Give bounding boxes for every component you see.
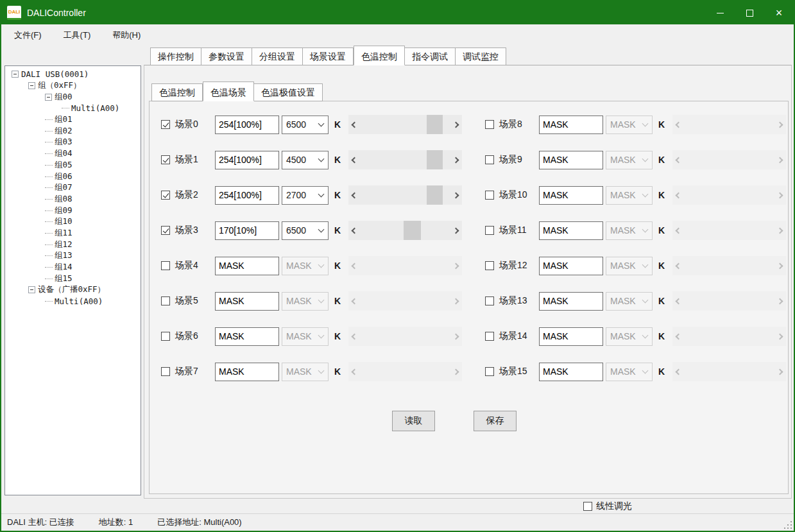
read-button[interactable]: 读取 [392, 411, 435, 431]
main-tab-0[interactable]: 操作控制 [150, 47, 201, 65]
tree-node[interactable]: 组00 [5, 91, 141, 103]
color-temp-dropdown[interactable]: MASK [606, 151, 653, 169]
tree-node[interactable]: 组10 [5, 216, 141, 228]
tree-node[interactable]: 组（0xFF） [5, 80, 141, 92]
scene-checkbox[interactable] [485, 332, 494, 341]
menu-item-工[interactable]: 工具(T) [55, 26, 100, 45]
scroll-left-arrow[interactable] [348, 150, 359, 169]
scroll-right-arrow[interactable] [452, 185, 462, 205]
scrollbar-thumb[interactable] [404, 221, 421, 240]
scene-value-input[interactable] [539, 186, 603, 205]
scene-checkbox[interactable] [485, 155, 494, 164]
tree-node[interactable]: 组13 [5, 250, 141, 262]
scene-checkbox[interactable] [161, 191, 170, 200]
scene-value-input[interactable] [539, 327, 603, 346]
scene-value-input[interactable] [215, 257, 279, 275]
tree-node[interactable]: 组12 [5, 239, 141, 250]
scene-checkbox[interactable] [161, 120, 170, 129]
tree-node[interactable]: 组11 [5, 228, 141, 239]
color-temp-dropdown[interactable]: MASK [606, 116, 653, 134]
scroll-left-arrow[interactable] [348, 221, 359, 240]
scene-value-input[interactable] [215, 221, 279, 240]
color-temp-dropdown[interactable]: MASK [282, 292, 329, 311]
scroll-left-arrow[interactable] [348, 185, 359, 205]
main-tab-6[interactable]: 调试监控 [456, 47, 506, 65]
scene-checkbox[interactable] [161, 155, 170, 164]
main-tab-2[interactable]: 分组设置 [252, 47, 303, 65]
sub-tab-0[interactable]: 色温控制 [151, 83, 203, 101]
tree-node[interactable]: 组02 [5, 125, 141, 137]
menu-item-文[interactable]: 文件(F) [5, 26, 51, 45]
scene-checkbox[interactable] [485, 120, 494, 129]
minimize-button[interactable] [705, 1, 735, 24]
scene-checkbox[interactable] [485, 296, 494, 305]
tree-node[interactable]: 组05 [5, 160, 141, 171]
scene-value-input[interactable] [215, 186, 279, 205]
save-button[interactable]: 保存 [474, 411, 517, 431]
tree-node[interactable]: 设备（广播0xFF） [5, 284, 141, 296]
scene-checkbox[interactable] [161, 367, 170, 376]
scene-checkbox[interactable] [161, 226, 170, 235]
scroll-right-arrow[interactable] [452, 150, 462, 169]
scene-checkbox[interactable] [485, 367, 494, 376]
scene-value-input[interactable] [215, 327, 279, 346]
tree-node[interactable]: 组07 [5, 182, 141, 194]
scene-value-input[interactable] [215, 116, 279, 134]
scrollbar-thumb[interactable] [427, 185, 443, 205]
scene-value-input[interactable] [539, 363, 603, 381]
main-tab-5[interactable]: 指令调试 [405, 47, 456, 65]
color-temp-dropdown[interactable]: MASK [282, 363, 329, 381]
expand-toggle-icon[interactable] [12, 71, 19, 78]
main-tab-4[interactable]: 色温控制 [354, 46, 405, 65]
scroll-right-arrow[interactable] [452, 115, 462, 134]
color-temp-dropdown[interactable]: MASK [606, 257, 653, 275]
menu-item-帮[interactable]: 帮助(H) [103, 26, 150, 45]
linear-dimming-checkbox[interactable] [583, 502, 592, 511]
tree-node[interactable]: 组03 [5, 137, 141, 148]
scene-value-input[interactable] [215, 363, 279, 381]
scroll-right-arrow[interactable] [452, 221, 462, 240]
color-temp-dropdown[interactable]: 4500 [282, 151, 329, 169]
scene-value-input[interactable] [539, 116, 603, 134]
color-temp-dropdown[interactable]: 6500 [282, 116, 329, 134]
scene-checkbox[interactable] [485, 191, 494, 200]
expand-toggle-icon[interactable] [45, 94, 52, 101]
temp-scrollbar[interactable] [348, 185, 462, 205]
scene-checkbox[interactable] [161, 261, 170, 270]
color-temp-dropdown[interactable]: 6500 [282, 221, 329, 240]
scene-value-input[interactable] [539, 257, 603, 275]
sub-tab-2[interactable]: 色温极值设置 [254, 83, 323, 101]
tree-node[interactable]: Multi(A00) [5, 103, 141, 114]
scene-value-input[interactable] [539, 221, 603, 240]
scrollbar-thumb[interactable] [427, 115, 443, 134]
tree-node[interactable]: 组01 [5, 114, 141, 126]
scrollbar-thumb[interactable] [427, 150, 443, 169]
scene-checkbox[interactable] [485, 226, 494, 235]
scene-value-input[interactable] [539, 151, 603, 169]
scene-checkbox[interactable] [485, 261, 494, 270]
color-temp-dropdown[interactable]: MASK [606, 292, 653, 311]
scene-value-input[interactable] [215, 292, 279, 311]
tree-node[interactable]: DALI USB(0001) [5, 69, 141, 80]
scene-checkbox[interactable] [161, 296, 170, 305]
color-temp-dropdown[interactable]: MASK [606, 363, 653, 381]
color-temp-dropdown[interactable]: MASK [282, 257, 329, 275]
sub-tab-1[interactable]: 色温场景 [203, 82, 254, 101]
tree-node[interactable]: Multi(A00) [5, 296, 141, 307]
temp-scrollbar[interactable] [348, 115, 462, 134]
color-temp-dropdown[interactable]: MASK [282, 327, 329, 346]
temp-scrollbar[interactable] [348, 221, 462, 240]
scene-value-input[interactable] [539, 292, 603, 311]
tree-node[interactable]: 组08 [5, 194, 141, 205]
scene-value-input[interactable] [215, 151, 279, 169]
main-tab-3[interactable]: 场景设置 [303, 47, 354, 65]
main-tab-1[interactable]: 参数设置 [201, 47, 252, 65]
tree-node[interactable]: 组15 [5, 273, 141, 284]
resize-grip[interactable] [783, 520, 792, 529]
tree-node[interactable]: 组09 [5, 205, 141, 216]
color-temp-dropdown[interactable]: MASK [606, 327, 653, 346]
tree-node[interactable]: 组14 [5, 262, 141, 273]
scroll-left-arrow[interactable] [348, 115, 359, 134]
maximize-button[interactable] [735, 1, 764, 24]
temp-scrollbar[interactable] [348, 150, 462, 169]
